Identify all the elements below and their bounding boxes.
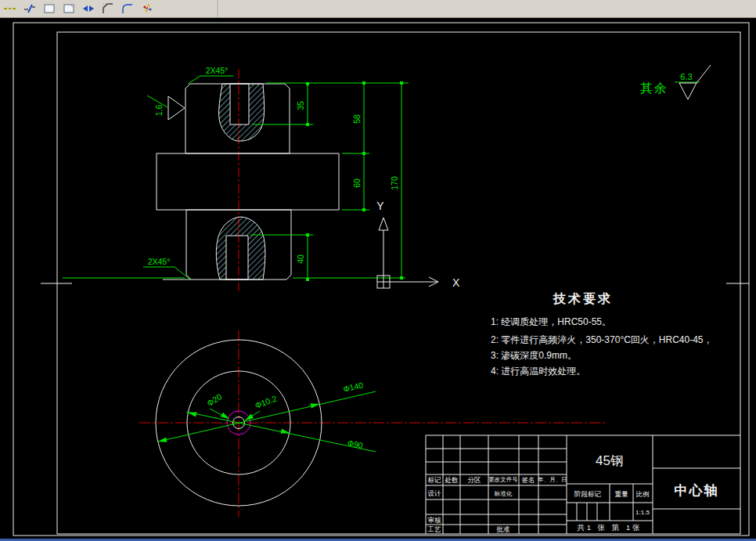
material-label: 45钢 <box>596 453 624 468</box>
front-view <box>157 69 339 291</box>
local-roughness-value: 1.6 <box>154 105 164 117</box>
row-process: 工艺 <box>427 525 442 533</box>
col-mark: 标记 <box>428 476 442 484</box>
dash-line-icon[interactable] <box>2 2 18 16</box>
stage-mark-label: 阶段标记 <box>574 490 602 498</box>
drawing-canvas[interactable]: 58 60 170 35 40 2X45° 2X45° 1.6 Y X <box>0 19 756 539</box>
col-zone: 分区 <box>468 476 481 484</box>
scale-value: 1:1.5 <box>635 509 650 516</box>
dia-10-2: Φ10.2 <box>254 394 278 410</box>
row-approve: 批准 <box>496 525 511 533</box>
chamfer-bottom-label: 2X45° <box>148 257 171 266</box>
dim-40: 40 <box>296 254 305 264</box>
dim-35: 35 <box>296 101 305 110</box>
dim-170: 170 <box>390 176 399 190</box>
technical-requirements: 技术要求 1: 经调质处理，HRC50-55。 2: 零件进行高频淬火，350-… <box>491 292 713 377</box>
cad-drawing: 58 60 170 35 40 2X45° 2X45° 1.6 Y X <box>0 19 756 539</box>
dim-60: 60 <box>352 179 362 188</box>
break-point-icon[interactable] <box>81 2 96 16</box>
roughness-prefix: 其余 <box>640 81 668 95</box>
general-roughness-note: 其余 6.3 <box>640 65 711 99</box>
tech-item-3: 3: 渗碳深度0.9mm。 <box>491 350 577 361</box>
explode-icon[interactable] <box>139 2 155 16</box>
chamfer-top-label: 2X45° <box>206 66 229 75</box>
tech-item-1: 1: 经调质处理，HRC50-55。 <box>491 316 611 327</box>
toolbar-panel <box>0 0 219 17</box>
circular-view-dim-labels: Φ140 Φ90 Φ20 Φ10.2 <box>205 380 364 450</box>
part-name: 中心轴 <box>675 483 719 498</box>
bottom-slot-hatch <box>216 217 265 280</box>
page-icon[interactable] <box>61 2 77 16</box>
col-date: 年、月、日 <box>537 476 567 483</box>
breakline-icon[interactable] <box>22 2 38 16</box>
row-design: 设计 <box>428 489 442 497</box>
title-block: 标记 处数 分区 更改文件号 签名 年、月、日 设计 标准化 审核 工艺 批准 … <box>426 435 740 534</box>
scale-label: 比例 <box>636 490 650 498</box>
top-slot-hatch <box>219 84 265 141</box>
tech-item-4: 4: 进行高温时效处理。 <box>491 366 585 377</box>
dia-90: Φ90 <box>347 438 364 450</box>
roughness-value: 6.3 <box>680 72 692 81</box>
axis-x-label: X <box>452 276 460 289</box>
dim-58: 58 <box>352 114 362 124</box>
fillet-icon[interactable] <box>120 2 135 16</box>
row-standardization: 标准化 <box>494 490 513 497</box>
tech-title: 技术要求 <box>553 292 613 305</box>
drawing-frame <box>13 23 749 536</box>
dia-140: Φ140 <box>342 380 364 394</box>
dia-20: Φ20 <box>205 391 223 408</box>
row-review: 审核 <box>428 516 442 524</box>
local-roughness-symbol <box>168 96 185 120</box>
front-view-dimensions <box>63 76 409 280</box>
chamfer-icon[interactable] <box>100 2 116 16</box>
col-count: 处数 <box>445 476 459 484</box>
tech-item-2: 2: 零件进行高频淬火，350-370°C回火，HRC40-45， <box>491 334 713 345</box>
toolbar <box>0 0 756 18</box>
axis-y-label: Y <box>376 200 384 212</box>
rectangle-icon[interactable] <box>41 2 57 16</box>
weight-label: 重量 <box>615 490 629 498</box>
col-signature: 签名 <box>522 476 535 484</box>
sheet-info: 共1 张 第 1张 <box>577 523 643 532</box>
col-change-doc: 更改文件号 <box>488 476 518 483</box>
